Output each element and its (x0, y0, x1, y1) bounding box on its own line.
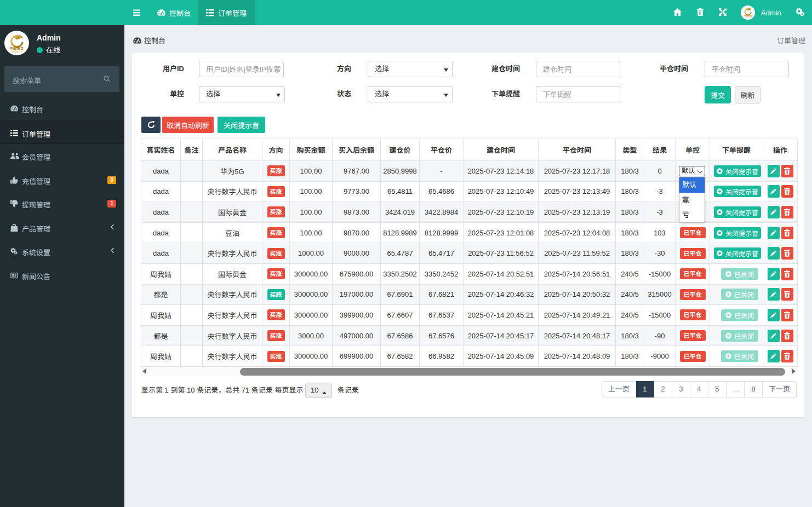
svg-text:中国黄金: 中国黄金 (744, 14, 752, 17)
svg-text:中国黄金: 中国黄金 (9, 45, 24, 51)
svg-text:CHINA GOLD: CHINA GOLD (745, 17, 751, 18)
svg-text:CHINA GOLD: CHINA GOLD (12, 51, 22, 53)
